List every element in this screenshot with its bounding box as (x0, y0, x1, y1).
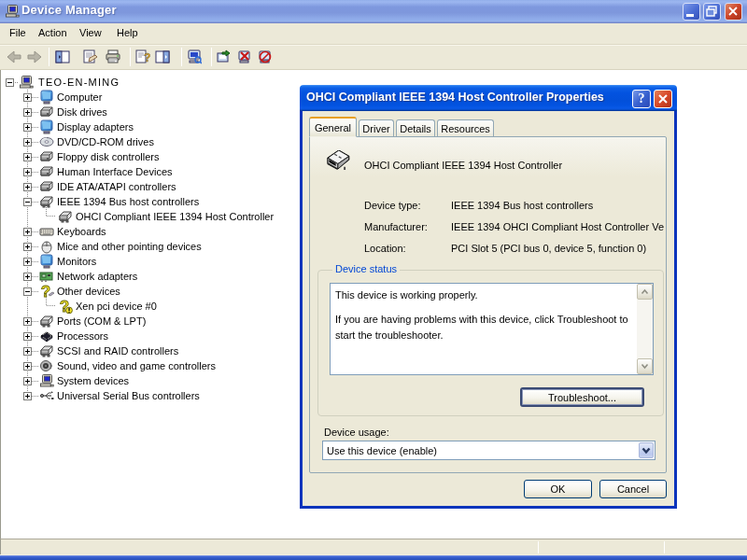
svg-text:?: ? (144, 51, 150, 64)
